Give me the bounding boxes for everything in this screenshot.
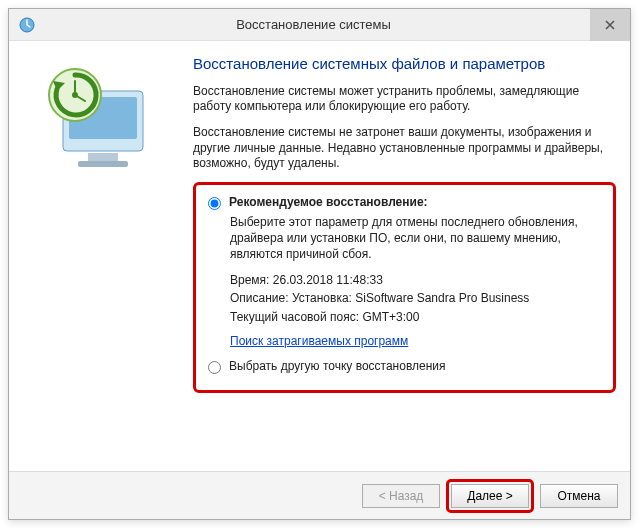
- choose-other-point-radio[interactable]: [208, 361, 221, 374]
- close-button[interactable]: [590, 9, 630, 41]
- description-label: Описание:: [230, 291, 289, 305]
- choose-other-point-option[interactable]: Выбрать другую точку восстановления: [208, 359, 601, 374]
- recommended-restore-description: Выберите этот параметр для отмены послед…: [230, 214, 601, 263]
- recommended-restore-label: Рекомендуемое восстановление:: [229, 195, 428, 209]
- time-value: 26.03.2018 11:48:33: [273, 273, 383, 287]
- time-label: Время:: [230, 273, 269, 287]
- timezone-label: Текущий часовой пояс:: [230, 310, 359, 324]
- restore-timezone-row: Текущий часовой пояс: GMT+3:00: [230, 309, 601, 325]
- affected-programs-link[interactable]: Поиск затрагиваемых программ: [230, 333, 408, 349]
- cancel-button[interactable]: Отмена: [540, 484, 618, 508]
- timezone-value: GMT+3:00: [362, 310, 419, 324]
- intro-paragraph-1: Восстановление системы может устранить п…: [193, 84, 616, 115]
- options-group: Рекомендуемое восстановление: Выберите э…: [193, 182, 616, 393]
- dialog-body: Восстановление системных файлов и параме…: [9, 41, 630, 471]
- next-button[interactable]: Далее >: [451, 484, 529, 508]
- app-icon: [17, 15, 37, 35]
- content-area: Восстановление системных файлов и параме…: [193, 55, 616, 471]
- close-icon: [605, 20, 615, 30]
- svg-rect-3: [88, 153, 118, 161]
- choose-other-point-label: Выбрать другую точку восстановления: [229, 359, 446, 373]
- system-restore-window: Восстановление системы Восстановление си…: [8, 8, 631, 520]
- svg-rect-4: [78, 161, 128, 167]
- window-title: Восстановление системы: [37, 17, 590, 32]
- description-value: Установка: SiSoftware Sandra Pro Busines…: [292, 291, 529, 305]
- back-button: < Назад: [362, 484, 440, 508]
- intro-paragraph-2: Восстановление системы не затронет ваши …: [193, 125, 616, 172]
- recommended-restore-option[interactable]: Рекомендуемое восстановление:: [208, 195, 601, 210]
- titlebar: Восстановление системы: [9, 9, 630, 41]
- wizard-graphic: [23, 55, 193, 471]
- recommended-restore-radio[interactable]: [208, 197, 221, 210]
- wizard-footer: < Назад Далее > Отмена: [9, 471, 630, 519]
- next-button-highlight: Далее >: [446, 479, 534, 513]
- restore-time-row: Время: 26.03.2018 11:48:33: [230, 272, 601, 288]
- page-heading: Восстановление системных файлов и параме…: [193, 55, 616, 74]
- restore-description-row: Описание: Установка: SiSoftware Sandra P…: [230, 290, 601, 306]
- recommended-restore-details: Выберите этот параметр для отмены послед…: [230, 214, 601, 359]
- restore-illustration-icon: [33, 61, 173, 191]
